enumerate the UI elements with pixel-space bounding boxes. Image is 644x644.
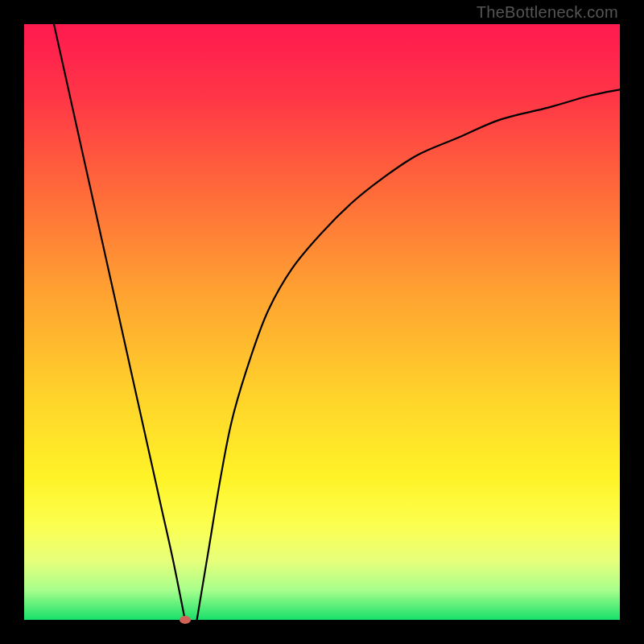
plot-area <box>24 24 620 620</box>
minimum-marker <box>180 616 191 624</box>
watermark-text: TheBottleneck.com <box>477 3 618 22</box>
bottleneck-curve <box>24 24 620 620</box>
